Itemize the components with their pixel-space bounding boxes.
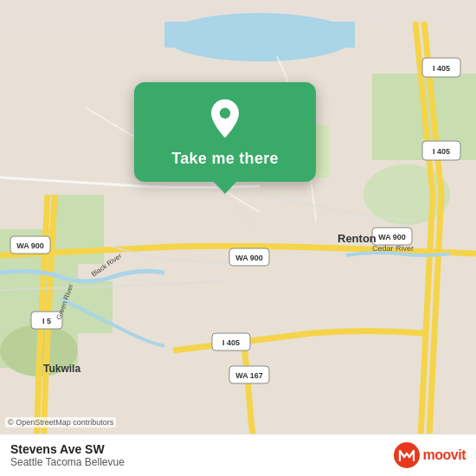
svg-point-31 (220, 108, 230, 119)
location-pin-icon (204, 98, 246, 139)
svg-text:WA 900: WA 900 (235, 254, 263, 262)
svg-text:Renton: Renton (338, 232, 376, 245)
svg-text:Cedar River: Cedar River (372, 244, 414, 253)
svg-rect-2 (164, 22, 355, 48)
map-container: I 405 WA 900 WA 900 WA 900 I 5 I 405 WA … (0, 0, 476, 476)
popup-card: Take me there (134, 82, 316, 182)
moovit-brand-text: moovit (423, 447, 466, 463)
take-me-there-button[interactable]: Take me there (171, 148, 279, 170)
svg-rect-6 (78, 281, 113, 333)
svg-text:WA 900: WA 900 (16, 241, 44, 250)
svg-text:I 405: I 405 (433, 64, 450, 73)
moovit-logo: moovit (393, 441, 466, 469)
map-attribution: © OpenStreetMap contributors (5, 417, 116, 428)
svg-text:I 5: I 5 (42, 317, 51, 325)
location-info: Stevens Ave SW Seattle Tacoma Bellevue (10, 442, 125, 468)
location-region: Seattle Tacoma Bellevue (10, 456, 125, 468)
map-background: I 405 WA 900 WA 900 WA 900 I 5 I 405 WA … (0, 0, 476, 476)
bottom-bar: Stevens Ave SW Seattle Tacoma Bellevue m… (0, 434, 476, 476)
svg-text:I 405: I 405 (222, 338, 240, 347)
svg-point-32 (394, 442, 420, 468)
svg-text:Tukwila: Tukwila (43, 363, 80, 375)
svg-text:WA 900: WA 900 (378, 233, 406, 241)
svg-text:I 405: I 405 (433, 147, 450, 156)
svg-text:WA 167: WA 167 (235, 371, 263, 380)
moovit-brand-icon (393, 441, 421, 469)
location-name: Stevens Ave SW (10, 442, 125, 456)
